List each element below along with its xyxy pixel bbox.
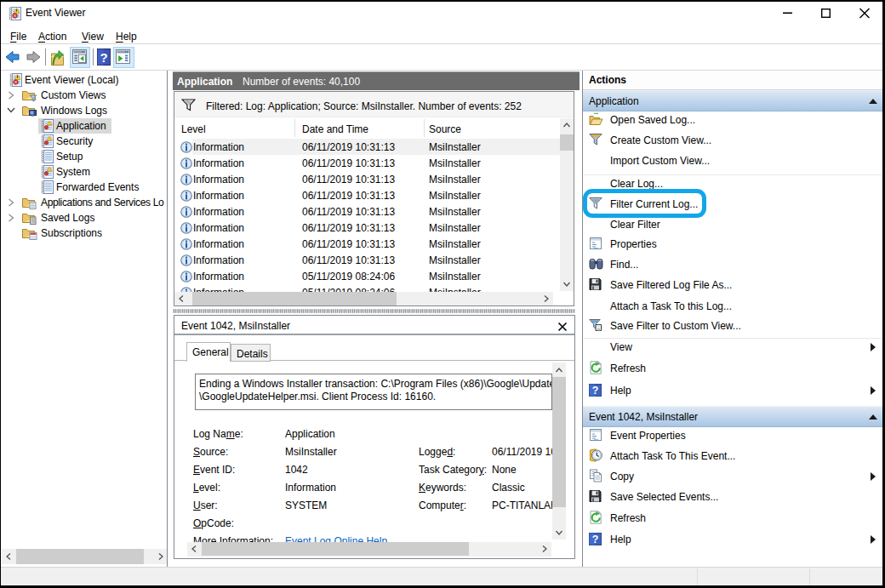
svg-text:?: ? [100,50,107,65]
svg-text:?: ? [592,534,599,545]
svg-text:?: ? [592,384,599,396]
